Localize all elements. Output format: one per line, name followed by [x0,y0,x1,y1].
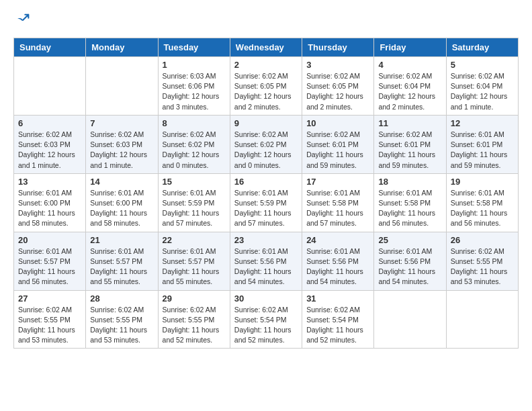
calendar-cell: 17Sunrise: 6:01 AM Sunset: 5:58 PM Dayli… [302,173,374,232]
calendar-cell: 3Sunrise: 6:02 AM Sunset: 6:05 PM Daylig… [302,57,374,116]
day-number: 2 [234,60,298,70]
calendar-week-row: 6Sunrise: 6:02 AM Sunset: 6:03 PM Daylig… [14,115,519,173]
day-number: 7 [90,118,153,128]
day-number: 27 [18,293,81,304]
calendar-cell: 16Sunrise: 6:01 AM Sunset: 5:59 PM Dayli… [230,173,302,232]
day-info: Sunrise: 6:01 AM Sunset: 5:57 PM Dayligh… [18,246,81,287]
day-info: Sunrise: 6:01 AM Sunset: 5:58 PM Dayligh… [306,188,369,229]
day-info: Sunrise: 6:01 AM Sunset: 5:56 PM Dayligh… [378,246,441,287]
weekday-header-monday: Monday [86,38,158,57]
page-header [13,13,519,27]
calendar-header-row: SundayMondayTuesdayWednesdayThursdayFrid… [14,38,519,57]
day-number: 8 [163,118,226,128]
day-number: 6 [18,118,81,128]
day-info: Sunrise: 6:02 AM Sunset: 6:05 PM Dayligh… [306,71,369,112]
day-info: Sunrise: 6:01 AM Sunset: 5:59 PM Dayligh… [163,188,226,229]
day-number: 19 [451,177,514,187]
day-info: Sunrise: 6:02 AM Sunset: 5:55 PM Dayligh… [18,305,81,346]
day-info: Sunrise: 6:01 AM Sunset: 5:58 PM Dayligh… [378,188,441,229]
day-info: Sunrise: 6:03 AM Sunset: 6:06 PM Dayligh… [163,71,226,112]
weekday-header-wednesday: Wednesday [230,38,302,57]
calendar-cell: 14Sunrise: 6:01 AM Sunset: 6:00 PM Dayli… [86,173,158,232]
day-info: Sunrise: 6:01 AM Sunset: 5:56 PM Dayligh… [306,246,369,287]
day-info: Sunrise: 6:02 AM Sunset: 5:55 PM Dayligh… [451,246,514,287]
calendar-cell: 20Sunrise: 6:01 AM Sunset: 5:57 PM Dayli… [14,232,86,290]
day-info: Sunrise: 6:01 AM Sunset: 5:58 PM Dayligh… [451,188,514,229]
calendar-cell: 27Sunrise: 6:02 AM Sunset: 5:55 PM Dayli… [14,290,86,349]
day-number: 12 [451,118,514,128]
day-info: Sunrise: 6:02 AM Sunset: 6:03 PM Dayligh… [90,130,153,171]
calendar-cell: 8Sunrise: 6:02 AM Sunset: 6:02 PM Daylig… [158,115,230,173]
calendar-week-row: 1Sunrise: 6:03 AM Sunset: 6:06 PM Daylig… [14,57,519,116]
calendar-cell: 30Sunrise: 6:02 AM Sunset: 5:54 PM Dayli… [230,290,302,349]
calendar-cell: 13Sunrise: 6:01 AM Sunset: 6:00 PM Dayli… [14,173,86,232]
calendar-cell [14,57,86,116]
day-number: 15 [163,177,226,187]
weekday-header-saturday: Saturday [446,38,518,57]
calendar-cell: 28Sunrise: 6:02 AM Sunset: 5:55 PM Dayli… [86,290,158,349]
calendar-cell: 18Sunrise: 6:01 AM Sunset: 5:58 PM Dayli… [374,173,446,232]
calendar-cell: 5Sunrise: 6:02 AM Sunset: 6:04 PM Daylig… [446,57,518,116]
day-info: Sunrise: 6:02 AM Sunset: 6:01 PM Dayligh… [378,130,441,171]
day-number: 18 [378,177,441,187]
calendar-cell: 15Sunrise: 6:01 AM Sunset: 5:59 PM Dayli… [158,173,230,232]
weekday-header-tuesday: Tuesday [158,38,230,57]
day-info: Sunrise: 6:02 AM Sunset: 6:01 PM Dayligh… [306,130,369,171]
day-number: 25 [378,235,441,245]
day-info: Sunrise: 6:02 AM Sunset: 6:04 PM Dayligh… [378,71,441,112]
weekday-header-sunday: Sunday [14,38,86,57]
weekday-header-thursday: Thursday [302,38,374,57]
calendar-cell: 4Sunrise: 6:02 AM Sunset: 6:04 PM Daylig… [374,57,446,116]
calendar-cell: 1Sunrise: 6:03 AM Sunset: 6:06 PM Daylig… [158,57,230,116]
day-number: 23 [234,235,298,245]
calendar-cell: 6Sunrise: 6:02 AM Sunset: 6:03 PM Daylig… [14,115,86,173]
day-number: 5 [451,60,514,70]
day-number: 11 [378,118,441,128]
calendar-cell: 10Sunrise: 6:02 AM Sunset: 6:01 PM Dayli… [302,115,374,173]
day-number: 28 [90,293,153,304]
day-info: Sunrise: 6:01 AM Sunset: 5:57 PM Dayligh… [90,246,153,287]
day-number: 17 [306,177,369,187]
calendar-cell [374,290,446,349]
calendar-cell: 2Sunrise: 6:02 AM Sunset: 6:05 PM Daylig… [230,57,302,116]
day-number: 10 [306,118,369,128]
calendar-cell: 23Sunrise: 6:01 AM Sunset: 5:56 PM Dayli… [230,232,302,290]
day-info: Sunrise: 6:01 AM Sunset: 6:00 PM Dayligh… [18,188,81,229]
calendar-cell [446,290,518,349]
day-info: Sunrise: 6:02 AM Sunset: 5:55 PM Dayligh… [90,305,153,346]
day-number: 30 [234,293,298,304]
day-number: 4 [378,60,441,70]
day-number: 31 [306,293,369,304]
calendar-cell: 12Sunrise: 6:01 AM Sunset: 6:01 PM Dayli… [446,115,518,173]
calendar-cell: 31Sunrise: 6:02 AM Sunset: 5:54 PM Dayli… [302,290,374,349]
calendar-cell: 9Sunrise: 6:02 AM Sunset: 6:02 PM Daylig… [230,115,302,173]
day-number: 14 [90,177,153,187]
calendar-table: SundayMondayTuesdayWednesdayThursdayFrid… [13,38,519,349]
day-number: 9 [234,118,298,128]
day-number: 26 [451,235,514,245]
day-number: 22 [163,235,226,245]
calendar-week-row: 27Sunrise: 6:02 AM Sunset: 5:55 PM Dayli… [14,290,519,349]
day-number: 3 [306,60,369,70]
day-info: Sunrise: 6:02 AM Sunset: 5:54 PM Dayligh… [306,305,369,346]
day-number: 1 [163,60,226,70]
calendar-cell: 22Sunrise: 6:01 AM Sunset: 5:57 PM Dayli… [158,232,230,290]
calendar-cell: 11Sunrise: 6:02 AM Sunset: 6:01 PM Dayli… [374,115,446,173]
day-info: Sunrise: 6:02 AM Sunset: 5:55 PM Dayligh… [163,305,226,346]
day-info: Sunrise: 6:02 AM Sunset: 6:04 PM Dayligh… [451,71,514,112]
weekday-header-friday: Friday [374,38,446,57]
day-number: 20 [18,235,81,245]
calendar-cell: 24Sunrise: 6:01 AM Sunset: 5:56 PM Dayli… [302,232,374,290]
day-number: 21 [90,235,153,245]
logo-bird-icon [16,13,30,27]
calendar-cell: 26Sunrise: 6:02 AM Sunset: 5:55 PM Dayli… [446,232,518,290]
day-number: 24 [306,235,369,245]
calendar-cell: 19Sunrise: 6:01 AM Sunset: 5:58 PM Dayli… [446,173,518,232]
day-info: Sunrise: 6:02 AM Sunset: 6:02 PM Dayligh… [163,130,226,171]
day-info: Sunrise: 6:01 AM Sunset: 5:57 PM Dayligh… [163,246,226,287]
calendar-week-row: 20Sunrise: 6:01 AM Sunset: 5:57 PM Dayli… [14,232,519,290]
calendar-cell: 21Sunrise: 6:01 AM Sunset: 5:57 PM Dayli… [86,232,158,290]
day-info: Sunrise: 6:01 AM Sunset: 6:01 PM Dayligh… [451,130,514,171]
day-info: Sunrise: 6:01 AM Sunset: 5:56 PM Dayligh… [234,246,298,287]
calendar-cell: 25Sunrise: 6:01 AM Sunset: 5:56 PM Dayli… [374,232,446,290]
